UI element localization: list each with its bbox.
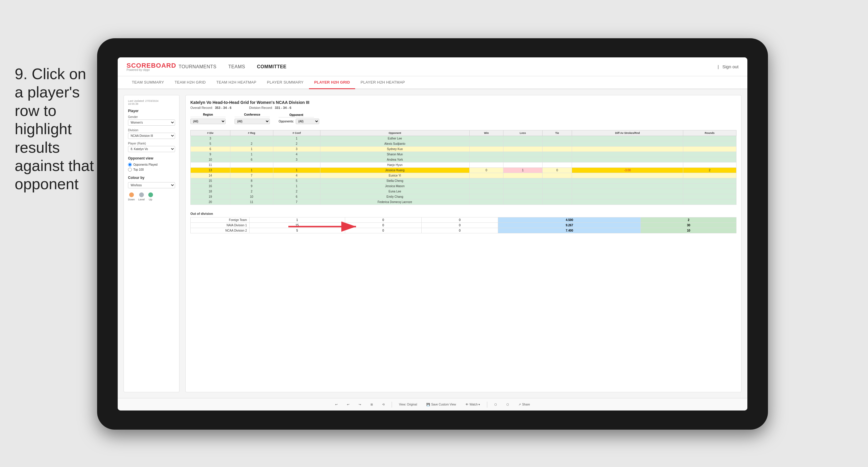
nav-teams[interactable]: TEAMS (228, 63, 245, 71)
opponents-played-option[interactable]: Opponents Played (128, 163, 175, 166)
data-cell (470, 141, 503, 147)
nav-tournaments[interactable]: TOURNAMENTS (179, 63, 217, 71)
view-original-button[interactable]: View: Original (397, 402, 420, 407)
sub-nav: TEAM SUMMARY TEAM H2H GRID TEAM H2H HEAT… (118, 76, 747, 89)
data-cell (683, 141, 736, 147)
undo-button[interactable]: ↩ (333, 402, 340, 407)
right-panel: Katelyn Vo Head-to-Head Grid for Women's… (185, 95, 742, 392)
data-cell (470, 136, 503, 141)
refresh-button[interactable]: ⟲ (380, 402, 387, 407)
region-select[interactable]: (All) (190, 119, 226, 124)
data-cell (470, 173, 503, 178)
overall-record-value: 353 - 34 - 6 (215, 106, 231, 110)
share-button[interactable]: ↗ Share (516, 402, 532, 407)
data-cell: 14 (191, 173, 230, 178)
data-cell: 1 (273, 184, 320, 189)
table-row[interactable]: 31Esther Lee (191, 136, 737, 141)
table-row[interactable]: 1822Euna Lee (191, 189, 737, 194)
data-cell: 1 (230, 152, 273, 157)
out-cell: 0 (421, 228, 498, 234)
up-label: Up (149, 198, 152, 201)
table-row[interactable]: 1311Jessica Huang010-3.002 (191, 168, 737, 173)
opponent-name-cell: Emily Chang (320, 194, 470, 199)
data-cell: 2 (273, 189, 320, 194)
division-select[interactable]: NCAA Division III (128, 133, 175, 139)
data-cell: 18 (191, 189, 230, 194)
gender-select[interactable]: Women's (128, 120, 175, 126)
opponent-name-cell: Federica Domecq Lacroze (320, 199, 470, 205)
table-row[interactable]: 1585Stella Cheng (191, 178, 737, 184)
filters-area: Region (All) Conference (All) Opponent (190, 113, 737, 124)
data-cell: 5 (191, 141, 230, 147)
options-button[interactable]: ⬡ (492, 402, 499, 407)
data-cell (683, 184, 736, 189)
subnav-team-h2h-grid[interactable]: TEAM H2H GRID (169, 76, 211, 89)
subnav-player-h2h-grid[interactable]: PLAYER H2H GRID (309, 76, 355, 89)
top100-option[interactable]: Top 100 (128, 168, 175, 172)
top100-radio[interactable] (128, 168, 132, 172)
subnav-team-h2h-heatmap[interactable]: TEAM H2H HEATMAP (211, 76, 261, 89)
main-content: Last Updated: 27/03/2024 16:55:38 Player… (118, 89, 747, 398)
data-cell: 5 (273, 178, 320, 184)
data-cell (683, 194, 736, 199)
data-cell: 4 (273, 152, 320, 157)
data-cell: 3 (273, 147, 320, 152)
logo: SCOREBOARD Powered by clippi (126, 62, 176, 71)
subnav-player-summary[interactable]: PLAYER SUMMARY (261, 76, 309, 89)
opponent-name-cell: Esther Lee (320, 136, 470, 141)
data-cell: 9 (230, 184, 273, 189)
subnav-player-h2h-heatmap[interactable]: PLAYER H2H HEATMAP (355, 76, 410, 89)
opponent-select[interactable]: (All) (296, 119, 319, 124)
out-cell: NAIA Division 1 (191, 223, 249, 228)
data-cell: 1 (273, 136, 320, 141)
data-cell (542, 173, 572, 178)
redo-button[interactable]: ↪ (356, 402, 363, 407)
opponents-played-radio[interactable] (128, 163, 132, 166)
nav-committee[interactable]: COMMITTEE (257, 63, 287, 71)
opponent-name-cell: Sharon Mun (320, 152, 470, 157)
table-row[interactable]: 19106Emily Chang (191, 194, 737, 199)
instruction-description: Click on a player's row to highlight res… (15, 65, 94, 192)
sign-out-button[interactable]: | Sign out (718, 64, 739, 69)
grid-button[interactable]: ⊞ (368, 402, 375, 407)
watch-button[interactable]: 👁 Watch ▾ (463, 402, 483, 407)
opponent-view-title: Opponent view (128, 156, 175, 160)
conference-select[interactable]: (All) (235, 119, 270, 124)
legend: Down Level Up (128, 192, 175, 201)
out-cell: 0 (345, 223, 421, 228)
table-row[interactable]: 914Sharon Mun (191, 152, 737, 157)
grid2-button[interactable]: ⬡ (504, 402, 512, 407)
data-cell (470, 184, 503, 189)
colour-by-select[interactable]: Win/loss (128, 182, 175, 188)
view-original-label: View: Original (399, 403, 417, 406)
out-table-row: NAIA Division 115009.26730 (191, 223, 737, 228)
opponent-header: Opponent (279, 113, 314, 117)
table-row[interactable]: 1691Jessica Mason (191, 184, 737, 189)
tablet-screen: SCOREBOARD Powered by clippi TOURNAMENTS… (118, 57, 747, 410)
sign-out-label: Sign out (722, 64, 739, 69)
player-select[interactable]: 8. Katelyn Vo (128, 146, 175, 152)
col-div: # Div (191, 130, 230, 136)
data-cell: 6 (273, 194, 320, 199)
table-row[interactable]: 1063Andrea York (191, 157, 737, 162)
subnav-team-summary[interactable]: TEAM SUMMARY (126, 76, 169, 89)
out-cell: 9.267 (498, 223, 641, 228)
undo2-button[interactable]: ↩ (345, 402, 351, 407)
separator: | (718, 64, 719, 69)
out-cell: 0 (345, 217, 421, 223)
table-row[interactable]: 1474Eunice Yi (191, 173, 737, 178)
data-cell (503, 152, 542, 157)
table-row[interactable]: 613Sydney Kuo (191, 147, 737, 152)
opponent-name-cell: Alexis Sudjianto (320, 141, 470, 147)
table-row[interactable]: 20117Federica Domecq Lacroze (191, 199, 737, 205)
out-cell: 10 (641, 228, 737, 234)
table-row[interactable]: 11Haejo Hyun (191, 162, 737, 168)
grid-records: Overall Record: 353 - 34 - 6 Division Re… (190, 106, 309, 110)
data-cell (683, 147, 736, 152)
tablet-frame: SCOREBOARD Powered by clippi TOURNAMENTS… (97, 38, 768, 430)
data-cell: 3 (273, 157, 320, 162)
data-cell: 8 (230, 178, 273, 184)
save-custom-view-button[interactable]: 💾 Save Custom View (424, 402, 458, 407)
opponent-name-cell: Stella Cheng (320, 178, 470, 184)
table-row[interactable]: 522Alexis Sudjianto (191, 141, 737, 147)
